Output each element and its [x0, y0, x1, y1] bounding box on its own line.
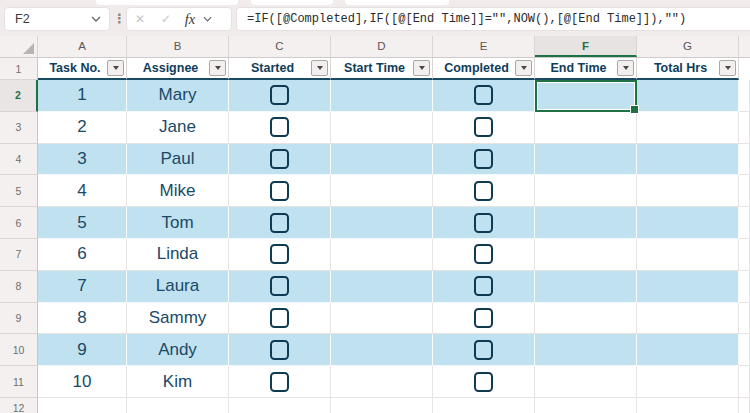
column-header-C[interactable]: C — [229, 36, 331, 57]
cell-completed[interactable] — [433, 80, 535, 112]
cell-completed[interactable] — [433, 334, 535, 366]
cell-started[interactable] — [229, 239, 331, 271]
grid-cell[interactable] — [739, 207, 750, 239]
grid-cell[interactable] — [331, 303, 433, 335]
grid-cell[interactable] — [637, 334, 739, 366]
cell-started[interactable] — [229, 303, 331, 335]
cell-task-no[interactable]: 6 — [38, 239, 127, 271]
formula-input[interactable]: =IF([@Completed],IF([@[End Time]]="",NOW… — [236, 7, 750, 31]
select-all-corner[interactable] — [0, 36, 38, 57]
row-header-7[interactable]: 7 — [0, 239, 38, 271]
cell-assignee[interactable]: Sammy — [127, 303, 229, 335]
completed-checkbox[interactable] — [474, 276, 493, 296]
cell-assignee[interactable]: Paul — [127, 144, 229, 176]
column-header-A[interactable]: A — [38, 36, 127, 57]
cell-assignee[interactable]: Mike — [127, 175, 229, 207]
table-header-cell[interactable]: Task No. — [38, 58, 127, 80]
grid-cell[interactable] — [637, 80, 739, 112]
table-header-cell[interactable]: Completed — [433, 58, 535, 80]
column-header-G[interactable]: G — [637, 36, 739, 57]
grid-cell[interactable] — [535, 112, 637, 144]
completed-checkbox[interactable] — [474, 244, 493, 264]
completed-checkbox[interactable] — [474, 117, 493, 137]
cell-started[interactable] — [229, 271, 331, 303]
started-checkbox[interactable] — [270, 276, 289, 296]
completed-checkbox[interactable] — [474, 181, 493, 201]
grid-cell[interactable] — [739, 366, 750, 398]
column-header-E[interactable]: E — [433, 36, 535, 57]
cell-completed[interactable] — [433, 207, 535, 239]
grid-cell[interactable] — [535, 144, 637, 176]
filter-button[interactable] — [209, 60, 226, 76]
chevron-down-icon[interactable] — [91, 16, 101, 22]
cell-assignee[interactable]: Andy — [127, 334, 229, 366]
row-header-2[interactable]: 2 — [0, 80, 38, 112]
completed-checkbox[interactable] — [474, 213, 493, 233]
row-header-10[interactable]: 10 — [0, 334, 38, 366]
grid-cell[interactable] — [637, 366, 739, 398]
grid-cell[interactable] — [331, 175, 433, 207]
grid-cell[interactable] — [535, 175, 637, 207]
grid-cell[interactable] — [331, 271, 433, 303]
cell-task-no[interactable]: 9 — [38, 334, 127, 366]
cell-assignee[interactable]: Tom — [127, 207, 229, 239]
row-header-4[interactable]: 4 — [0, 144, 38, 176]
cell-task-no[interactable]: 1 — [38, 80, 127, 112]
cell-completed[interactable] — [433, 175, 535, 207]
grid-cell[interactable] — [637, 112, 739, 144]
fill-handle[interactable] — [630, 105, 639, 114]
grid-cell[interactable] — [331, 366, 433, 398]
grid-cell[interactable] — [739, 144, 750, 176]
cell-started[interactable] — [229, 144, 331, 176]
grid-cell[interactable] — [637, 303, 739, 335]
cell-assignee[interactable]: Linda — [127, 239, 229, 271]
cell-completed[interactable] — [433, 271, 535, 303]
cell-completed[interactable] — [433, 144, 535, 176]
started-checkbox[interactable] — [270, 85, 289, 105]
completed-checkbox[interactable] — [474, 308, 493, 328]
cell-task-no[interactable]: 5 — [38, 207, 127, 239]
cell-started[interactable] — [229, 366, 331, 398]
grid-cell[interactable] — [739, 112, 750, 144]
column-header-B[interactable]: B — [127, 36, 229, 57]
grid-cell[interactable] — [637, 144, 739, 176]
grid-cell[interactable] — [535, 303, 637, 335]
cell-task-no[interactable]: 10 — [38, 366, 127, 398]
grid-cell[interactable] — [739, 334, 750, 366]
completed-checkbox[interactable] — [474, 85, 493, 105]
cell-started[interactable] — [229, 80, 331, 112]
started-checkbox[interactable] — [270, 308, 289, 328]
grid-cell[interactable] — [331, 144, 433, 176]
cell-started[interactable] — [229, 207, 331, 239]
filter-button[interactable] — [413, 60, 430, 76]
grid-cell[interactable] — [535, 366, 637, 398]
cell-task-no[interactable]: 7 — [38, 271, 127, 303]
grid-cell[interactable] — [739, 239, 750, 271]
grid-cell[interactable] — [331, 112, 433, 144]
selected-cell-F2[interactable] — [535, 80, 637, 112]
started-checkbox[interactable] — [270, 213, 289, 233]
row-header-8[interactable]: 8 — [0, 271, 38, 303]
cell-assignee[interactable]: Jane — [127, 112, 229, 144]
cell-started[interactable] — [229, 112, 331, 144]
name-box[interactable]: F2 — [4, 7, 110, 31]
grid-cell[interactable] — [637, 207, 739, 239]
cancel-icon[interactable]: ✕ — [127, 8, 153, 30]
cell-assignee[interactable]: Mary — [127, 80, 229, 112]
cell-completed[interactable] — [433, 239, 535, 271]
cell-task-no[interactable]: 2 — [38, 112, 127, 144]
filter-button[interactable] — [311, 60, 328, 76]
grid-cell[interactable] — [739, 271, 750, 303]
started-checkbox[interactable] — [270, 244, 289, 264]
table-header-cell[interactable]: Started — [229, 58, 331, 80]
grid-cell[interactable] — [331, 334, 433, 366]
started-checkbox[interactable] — [270, 117, 289, 137]
fx-chevron-down-icon[interactable] — [203, 16, 212, 22]
grid-cell[interactable] — [739, 303, 750, 335]
table-header-cell[interactable]: End Time — [535, 58, 637, 80]
insert-function-icon[interactable]: fx — [179, 11, 201, 28]
cell-completed[interactable] — [433, 303, 535, 335]
row-header-3[interactable]: 3 — [0, 112, 38, 144]
grid-cell[interactable] — [535, 334, 637, 366]
cell-task-no[interactable]: 3 — [38, 144, 127, 176]
